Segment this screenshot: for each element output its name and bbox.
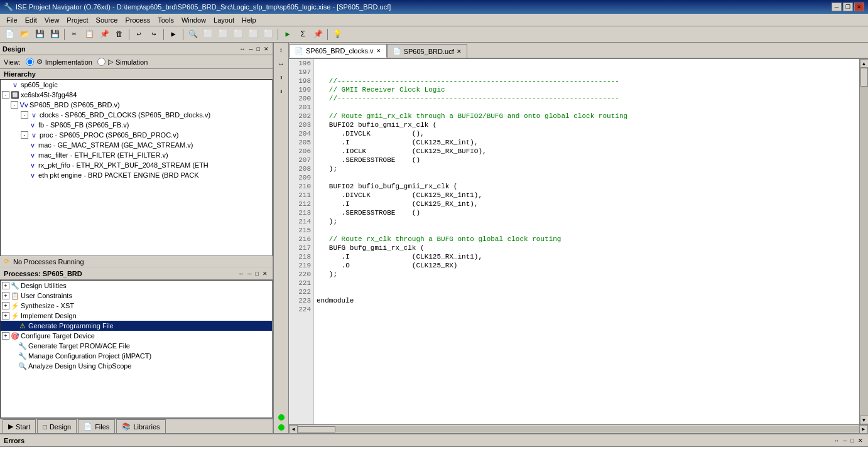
process-tree[interactable]: + 🔧 Design Utilities + 📋 User Constraint…	[0, 280, 273, 418]
menu-tools[interactable]: Tools	[154, 15, 178, 25]
expand-design-utils[interactable]: +	[2, 282, 9, 289]
tree-item-rx-pkt[interactable]: v rx_pkt_fifo - ETH_RX_PKT_BUF_2048_STRE…	[1, 160, 272, 170]
expand-implement[interactable]: +	[2, 312, 9, 319]
tree-item-mac-filter[interactable]: v mac_filter - ETH_FILTER (ETH_FILTER.v)	[1, 150, 272, 160]
expand-sp605brd[interactable]: -	[11, 101, 18, 109]
proc-user-constraints[interactable]: + 📋 User Constraints	[1, 291, 272, 301]
tb-save[interactable]: 💾	[33, 28, 46, 41]
marker-green-2[interactable]	[278, 424, 285, 431]
tb-cut[interactable]: ✂	[67, 28, 81, 41]
tree-item-sp605brd[interactable]: - Vv SP605_BRD (SP605_BRD.v)	[1, 100, 272, 110]
impl-radio[interactable]	[26, 58, 34, 66]
tree-item-proc[interactable]: - v proc - SP605_PROC (SP605_BRD_PROC.v)	[1, 130, 272, 140]
ucf-tab-close[interactable]: ✕	[457, 48, 462, 55]
tb-redo[interactable]: ↪	[147, 28, 161, 41]
tb-more[interactable]: ▶	[166, 28, 180, 41]
expand-xc6[interactable]: -	[2, 91, 9, 99]
menu-edit[interactable]: Edit	[21, 15, 41, 25]
close-button[interactable]: ✕	[854, 3, 864, 11]
expand-user-constraints[interactable]: +	[2, 292, 9, 299]
scroll-up-btn[interactable]: ▲	[860, 59, 869, 68]
tb-save-all[interactable]: 💾	[48, 28, 62, 41]
tb-paste[interactable]: 📌	[97, 28, 111, 41]
process-panel-controls[interactable]: ↔ ─ □ ✕	[237, 271, 269, 277]
proc-maximize[interactable]: □	[254, 271, 260, 277]
proc-synthesize[interactable]: + ⚡ Synthesize - XST	[1, 301, 272, 311]
tb-new[interactable]: 📄	[3, 28, 16, 41]
clocks-tab-close[interactable]: ✕	[376, 48, 381, 54]
errors-maximize[interactable]: □	[850, 437, 855, 444]
tb-run[interactable]: ▶	[281, 28, 295, 41]
tb-pin[interactable]: 📌	[311, 28, 325, 41]
tb-b1[interactable]: ⬜	[201, 28, 215, 41]
tb-b5[interactable]: ⬜	[261, 28, 275, 41]
impl-radio-group[interactable]: ⚙ Implementation	[26, 58, 92, 66]
tb-search[interactable]: 🔍	[186, 28, 200, 41]
menu-window[interactable]: Window	[178, 15, 210, 25]
tree-item-xc6[interactable]: - 🔲 xc6slx45t-3fgg484	[1, 90, 272, 100]
design-panel-controls[interactable]: ↔ ─ □ ✕	[238, 46, 270, 52]
hierarchy-tree[interactable]: v sp605_logic - 🔲 xc6slx45t-3fgg484 - Vv…	[0, 79, 273, 256]
tab-ucf[interactable]: 📄 SP605_BRD.ucf ✕	[387, 44, 467, 58]
h-scroll-track[interactable]	[298, 426, 859, 432]
menu-layout[interactable]: Layout	[210, 15, 238, 25]
tb-del[interactable]: 🗑	[112, 28, 126, 41]
side-btn-1[interactable]: ↕	[275, 44, 288, 56]
errors-expand[interactable]: ↔	[832, 437, 840, 444]
minimize-button[interactable]: ─	[832, 3, 842, 11]
side-btn-4[interactable]: ⬇	[275, 85, 288, 98]
code-content[interactable]: //--------------------------------------…	[314, 59, 859, 424]
sim-radio-group[interactable]: ▷ Simulation	[97, 58, 148, 66]
tb-light[interactable]: 💡	[330, 28, 344, 41]
proc-design-utils[interactable]: + 🔧 Design Utilities	[1, 281, 272, 291]
expand-clocks[interactable]: -	[21, 111, 28, 119]
scroll-track[interactable]	[860, 68, 869, 416]
tab-files[interactable]: 📄 Files	[78, 419, 115, 433]
tab-design[interactable]: □ Design	[37, 419, 77, 433]
proc-configure-target[interactable]: + 🎯 Configure Target Device	[1, 331, 272, 341]
tb-b3[interactable]: ⬜	[231, 28, 245, 41]
proc-gen-prom[interactable]: 🔧 Generate Target PROM/ACE File	[1, 341, 272, 351]
proc-expand[interactable]: ↔	[237, 271, 245, 277]
errors-panel-controls[interactable]: ↔ ─ □ ✕	[832, 437, 864, 444]
side-btn-3[interactable]: ⬆	[275, 72, 288, 84]
marker-green-1[interactable]	[278, 414, 285, 421]
title-bar-controls[interactable]: ─ ❐ ✕	[832, 3, 864, 11]
tab-start[interactable]: ▶ Start	[3, 419, 36, 433]
expand-synthesize[interactable]: +	[2, 302, 9, 309]
tb-b4[interactable]: ⬜	[246, 28, 260, 41]
menu-process[interactable]: Process	[121, 15, 154, 25]
tb-undo[interactable]: ↩	[132, 28, 146, 41]
scroll-thumb[interactable]	[860, 68, 868, 87]
tree-item-clocks[interactable]: - v clocks - SP605_BRD_CLOCKS (SP605_BRD…	[1, 110, 272, 120]
proc-gen-prog-file[interactable]: ⚠ Generate Programming File	[1, 321, 272, 331]
scroll-right-btn[interactable]: ▶	[859, 425, 868, 434]
menu-file[interactable]: File	[3, 15, 21, 25]
h-scroll-thumb[interactable]	[298, 426, 335, 432]
tree-item-eth-engine[interactable]: v eth pkt engine - BRD PACKET ENGINE (BR…	[1, 170, 272, 180]
tree-item-mac[interactable]: v mac - GE_MAC_STREAM (GE_MAC_STREAM.v)	[1, 140, 272, 150]
tree-item-fb[interactable]: v fb - SP605_FB (SP605_FB.v)	[1, 120, 272, 130]
vertical-scrollbar[interactable]: ▲ ▼	[859, 59, 868, 424]
tab-clocks-v[interactable]: 📄 SP605_BRD_clocks.v ✕	[289, 44, 387, 58]
errors-minimize[interactable]: ─	[842, 437, 848, 444]
expand-configure[interactable]: +	[2, 332, 9, 340]
scroll-down-btn[interactable]: ▼	[860, 416, 869, 424]
tb-open[interactable]: 📂	[18, 28, 31, 41]
proc-implement[interactable]: + ⚡ Implement Design	[1, 311, 272, 321]
proc-minimize[interactable]: ─	[246, 271, 252, 277]
side-btn-2[interactable]: ↔	[275, 58, 288, 70]
menu-help[interactable]: Help	[238, 15, 260, 25]
scroll-left-btn[interactable]: ◀	[289, 425, 298, 434]
proc-manage-config[interactable]: 🔧 Manage Configuration Project (iMPACT)	[1, 351, 272, 361]
menu-source[interactable]: Source	[92, 15, 122, 25]
design-panel-expand[interactable]: ↔	[238, 46, 246, 52]
tb-copy[interactable]: 📋	[82, 28, 96, 41]
errors-content[interactable]	[0, 447, 868, 467]
tb-sum[interactable]: Σ	[296, 28, 310, 41]
maximize-button[interactable]: ❐	[843, 3, 853, 11]
expand-proc[interactable]: -	[21, 131, 28, 139]
design-panel-minimize[interactable]: ─	[247, 46, 254, 52]
tb-b2[interactable]: ⬜	[216, 28, 230, 41]
proc-chipscope[interactable]: 🔍 Analyze Design Using ChipScope	[1, 361, 272, 371]
